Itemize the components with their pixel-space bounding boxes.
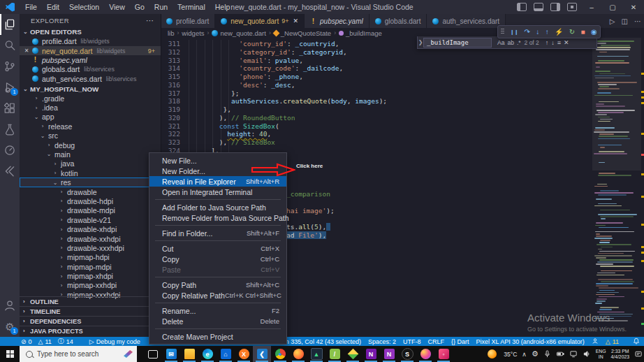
step-into-icon[interactable]: ↓ — [536, 29, 539, 36]
clock[interactable]: 2:33 PM 4/4/2023 — [611, 349, 629, 359]
taskbar-mail-icon[interactable]: ✉ — [162, 346, 180, 362]
breadcrumb-item-newquotestate[interactable]: _NewQuoteState — [281, 29, 331, 37]
activity-search-icon[interactable] — [0, 35, 20, 56]
status-utf-8[interactable]: UTF-8 — [403, 338, 421, 345]
menu-item-copy[interactable]: CopyCtrl+C — [149, 254, 286, 264]
find-in-selection-icon[interactable]: ≡ — [557, 39, 561, 46]
tree-item-drawable-xxxhdpi[interactable]: ›drawable-xxxhdpi — [20, 243, 161, 252]
tab-auth-services-dart[interactable]: auth_services.dart — [427, 14, 506, 28]
taskbar-pink-app-icon[interactable]: ◦ — [434, 346, 453, 362]
taskbar-onenote-clipper-icon[interactable]: N — [380, 346, 398, 362]
status-14[interactable]: ⓘ14 — [58, 337, 73, 346]
tree-item-drawable-hdpi[interactable]: ›drawable-hdpi — [20, 196, 161, 205]
find-close-icon[interactable]: ✕ — [564, 39, 569, 46]
breadcrumb-item-new-quote-dart[interactable]: new_quote.dart — [220, 29, 266, 37]
tree-item-idea[interactable]: ›.idea — [20, 103, 161, 112]
open-editor-new-quote-dart[interactable]: ✕new_quote.dartlib\widgets9+ — [20, 46, 161, 55]
find-toggle--icon[interactable]: .* — [517, 39, 521, 46]
menu-go[interactable]: Go — [130, 3, 149, 11]
taskbar-store-icon[interactable]: ⌂ — [217, 346, 235, 362]
project-header[interactable]: ⌄ MY_HOSPITAL_NOW — [20, 84, 161, 94]
menu-run[interactable]: Run — [149, 3, 173, 11]
close-button[interactable]: ✕ — [623, 0, 644, 14]
tab-new-quote-dart[interactable]: new_quote.dart9+✕ — [215, 14, 305, 28]
menu-item-copy-path[interactable]: Copy PathShift+Alt+C — [149, 280, 286, 290]
status-11[interactable]: △11 — [38, 338, 52, 345]
activity-account-icon[interactable] — [0, 295, 20, 316]
step-over-icon[interactable]: ↷ — [525, 29, 530, 36]
menu-edit[interactable]: Edit — [42, 3, 64, 11]
code-line[interactable]: 317 }; — [161, 89, 580, 98]
stop-icon[interactable]: ■ — [581, 29, 585, 36]
taskbar-xampp-icon[interactable]: X — [235, 346, 253, 362]
tree-item-drawable-mdpi[interactable]: ›drawable-mdpi — [20, 206, 161, 215]
tree-item-main[interactable]: ⌄main — [20, 150, 161, 159]
taskbar-nightly-icon[interactable] — [416, 346, 434, 362]
menu-selection[interactable]: Selection — [64, 3, 104, 11]
menu-file[interactable]: File — [20, 3, 42, 11]
hot-reload-icon[interactable]: ⚡ — [555, 29, 563, 36]
activity-run-and-debug-icon[interactable]: 1 — [0, 77, 20, 98]
monitor-icon[interactable] — [569, 350, 578, 358]
notifications-icon[interactable] — [634, 350, 643, 358]
find-expand-icon[interactable]: ❯ — [418, 39, 423, 45]
menu-item-reveal-in-file-explorer[interactable]: Reveal in File ExplorerShift+Alt+R — [149, 176, 286, 187]
open-editor-auth-services-dart[interactable]: auth_services.dartlib\services — [20, 74, 161, 83]
status-ln-335-col-42-43-selected[interactable]: Ln 335, Col 42 (43 selected) — [282, 338, 361, 345]
tab-pubspec-yaml[interactable]: !pubspec.yaml — [305, 14, 369, 28]
toggle-sidebar-icon[interactable] — [517, 3, 527, 11]
tree-item-mipmap-mdpi[interactable]: ›mipmap-mdpi — [20, 262, 161, 271]
tree-item-mipmap-xhdpi[interactable]: ›mipmap-xhdpi — [20, 271, 161, 280]
find-prev-icon[interactable]: ↑ — [546, 39, 549, 46]
code-line[interactable]: 312 'category_id': _categoryid, — [161, 48, 580, 57]
menu-item-delete[interactable]: DeleteDelete — [149, 316, 286, 326]
activity-source-control-icon[interactable] — [0, 56, 20, 77]
section-outline[interactable]: ›OUTLINE — [20, 296, 161, 306]
tree-item-drawable-v21[interactable]: ›drawable-v21 — [20, 215, 161, 224]
tree-item-res[interactable]: ⌄res — [20, 178, 161, 187]
grip-icon[interactable] — [501, 28, 504, 36]
taskbar-vscode-icon[interactable]: ❮ — [253, 346, 271, 362]
taskbar-search[interactable]: Type here to search — [20, 346, 137, 362]
microphone-icon[interactable] — [543, 350, 551, 358]
find-next-icon[interactable]: ↓ — [551, 39, 555, 46]
find-toggle-aa-icon[interactable]: Aa — [497, 39, 504, 46]
code-line[interactable]: 315 'phone': _phone, — [161, 73, 580, 81]
close-icon[interactable]: ✕ — [23, 48, 30, 54]
open-editor-pubspec-yaml[interactable]: !pubspec.yaml — [20, 55, 161, 64]
restart-icon[interactable]: ↻ — [569, 29, 575, 36]
tree-item-drawable[interactable]: ›drawable — [20, 187, 161, 196]
toggle-panel-icon[interactable] — [534, 3, 543, 11]
open-editor-globals-dart[interactable]: globals.dartlib\services — [20, 65, 161, 74]
menu-item-copy-relative-path[interactable]: Copy Relative PathCtrl+K Ctrl+Shift+C — [149, 290, 286, 301]
tab-close-icon[interactable]: ✕ — [293, 17, 298, 24]
status-spaces-2[interactable]: Spaces: 2 — [368, 338, 396, 345]
menu-item-find-in-folder[interactable]: Find in Folder...Shift+Alt+F — [149, 228, 286, 238]
taskbar-task-view-icon[interactable] — [144, 346, 162, 362]
menu-terminal[interactable]: Terminal — [173, 3, 210, 11]
minimize-button[interactable]: – — [581, 0, 602, 14]
weather-icon[interactable] — [488, 349, 497, 359]
tab-globals-dart[interactable]: globals.dart — [369, 14, 427, 28]
taskbar-file-explorer-icon[interactable] — [180, 346, 198, 362]
tree-item-mipmap-xxhdpi[interactable]: ›mipmap-xxhdpi — [20, 281, 161, 290]
breadcrumb-item-lib[interactable]: lib — [168, 29, 175, 37]
code-line[interactable]: 320 ), // RoundedButton — [161, 114, 580, 122]
breadcrumb[interactable]: lib›widgets›new_quote.dart›_NewQuoteStat… — [168, 28, 382, 38]
code-line[interactable]: 314 'country_code': _dailcode, — [161, 64, 580, 73]
explorer-more-icon[interactable]: ⋯ — [146, 16, 154, 25]
taskbar-chrome-icon[interactable]: ● — [271, 346, 289, 362]
status-dart[interactable]: {} Dart — [451, 338, 469, 345]
toggle-secondary-sidebar-icon[interactable] — [550, 3, 560, 11]
start-button[interactable] — [0, 346, 20, 362]
code-line[interactable]: 313 'email': pvalue, — [161, 57, 580, 65]
section-dependencies[interactable]: ›DEPENDENCIES — [20, 316, 161, 326]
status-feedback[interactable] — [592, 338, 599, 346]
open-editors-header[interactable]: ⌄ OPEN EDITORS — [20, 27, 161, 37]
find-toggle-ab-icon[interactable]: ab — [507, 39, 513, 46]
code-line[interactable]: 318 authServices.createQuote(body, image… — [161, 97, 580, 106]
tree-item-kotlin[interactable]: ›kotlin — [20, 168, 161, 178]
more-actions-icon[interactable]: ⋯ — [634, 17, 641, 25]
menu-item-create-maven-project[interactable]: Create Maven Project — [149, 331, 286, 342]
inspector-icon[interactable]: ◉ — [591, 29, 597, 36]
